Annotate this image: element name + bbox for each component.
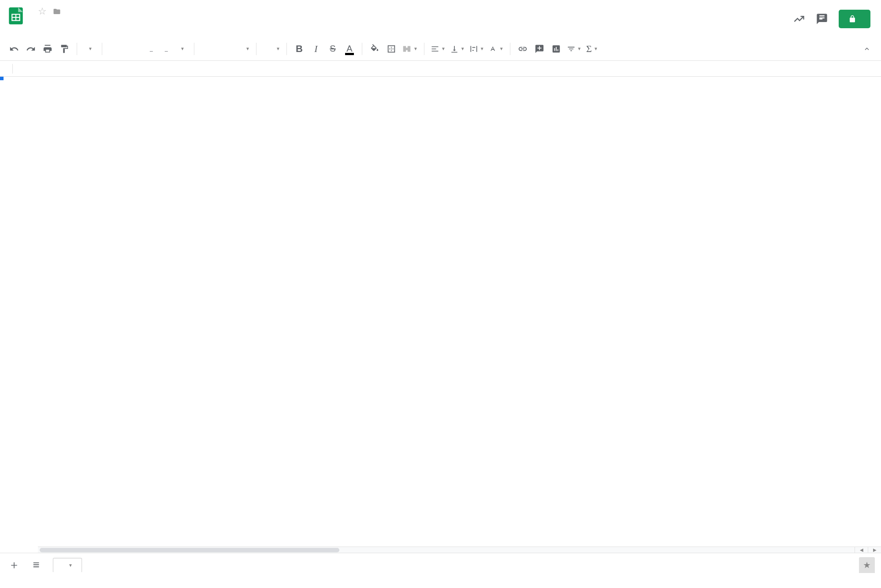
chevron-down-icon[interactable]: ▼ [68, 563, 73, 568]
text-color-button[interactable]: A [342, 41, 357, 57]
menu-insert[interactable] [62, 25, 71, 29]
redo-button[interactable] [23, 41, 39, 57]
menu-format[interactable] [71, 25, 80, 29]
decrease-decimal-button[interactable]: _ [140, 41, 156, 57]
menu-file[interactable] [33, 25, 41, 29]
borders-button[interactable] [383, 41, 399, 57]
scroll-left-icon[interactable]: ◀ [855, 547, 868, 553]
undo-button[interactable] [6, 41, 22, 57]
star-icon[interactable]: ☆ [38, 6, 47, 17]
sheets-icon [7, 7, 25, 25]
all-sheets-button[interactable]: ≡ [26, 555, 46, 575]
activity-icon[interactable] [793, 13, 805, 25]
title-area: ☆ [33, 4, 793, 34]
filter-button[interactable]: ▼ [565, 41, 584, 57]
font-size-selector[interactable]: ▼ [261, 41, 282, 57]
scroll-right-icon[interactable]: ▶ [868, 547, 881, 553]
horizontal-scrollbar[interactable] [38, 547, 870, 553]
insert-link-button[interactable] [515, 41, 531, 57]
horizontal-align-button[interactable]: ▼ [429, 41, 447, 57]
menu-edit[interactable] [42, 25, 51, 29]
comments-icon[interactable] [816, 13, 828, 25]
collapse-toolbar-button[interactable] [859, 41, 875, 57]
menu-bar [33, 19, 793, 34]
formula-bar [0, 61, 881, 77]
explore-icon [863, 561, 871, 569]
toolbar: ▼ _ _ ▼ ▼ ▼ B I S A ▼ ▼ ▼ ▼ ▼ ▼ Σ▼ [0, 37, 881, 61]
sheet-tab[interactable]: ▼ [53, 558, 82, 572]
share-button[interactable] [839, 10, 870, 28]
header-bar: ☆ [0, 0, 881, 37]
scrollbar-thumb[interactable] [40, 548, 339, 552]
text-rotation-button[interactable]: ▼ [487, 41, 506, 57]
app-logo[interactable] [4, 4, 27, 27]
formula-input[interactable] [19, 61, 875, 76]
fill-color-button[interactable] [367, 41, 383, 57]
increase-decimal-button[interactable]: _ [157, 41, 173, 57]
percent-button[interactable] [123, 41, 139, 57]
insert-chart-button[interactable] [548, 41, 564, 57]
italic-button[interactable]: I [308, 41, 324, 57]
vertical-align-button[interactable]: ▼ [448, 41, 467, 57]
bold-button[interactable]: B [291, 41, 307, 57]
functions-button[interactable]: Σ▼ [584, 41, 600, 57]
text-wrap-button[interactable]: ▼ [468, 41, 486, 57]
menu-view[interactable] [52, 25, 61, 29]
more-formats-button[interactable]: ▼ [174, 41, 190, 57]
menu-help[interactable] [110, 25, 119, 29]
sheet-tab-bar: ＋ ≡ ▼ [0, 553, 881, 577]
insert-comment-button[interactable] [532, 41, 547, 57]
selection-outline [0, 77, 3, 79]
menu-addons[interactable] [100, 25, 109, 29]
spreadsheet-grid[interactable]: ◀ ▶ [0, 77, 881, 553]
strikethrough-button[interactable]: S [325, 41, 341, 57]
folder-icon[interactable] [52, 7, 62, 15]
print-button[interactable] [40, 41, 56, 57]
paint-format-button[interactable] [56, 41, 72, 57]
zoom-selector[interactable]: ▼ [82, 41, 97, 57]
add-sheet-button[interactable]: ＋ [4, 555, 24, 575]
merge-cells-button[interactable]: ▼ [400, 41, 420, 57]
font-selector[interactable]: ▼ [199, 41, 252, 57]
explore-button[interactable] [859, 557, 875, 573]
menu-data[interactable] [81, 25, 90, 29]
currency-button[interactable] [107, 41, 123, 57]
menu-tools[interactable] [91, 25, 100, 29]
selection-handle[interactable] [0, 77, 4, 80]
lock-icon [848, 15, 856, 23]
